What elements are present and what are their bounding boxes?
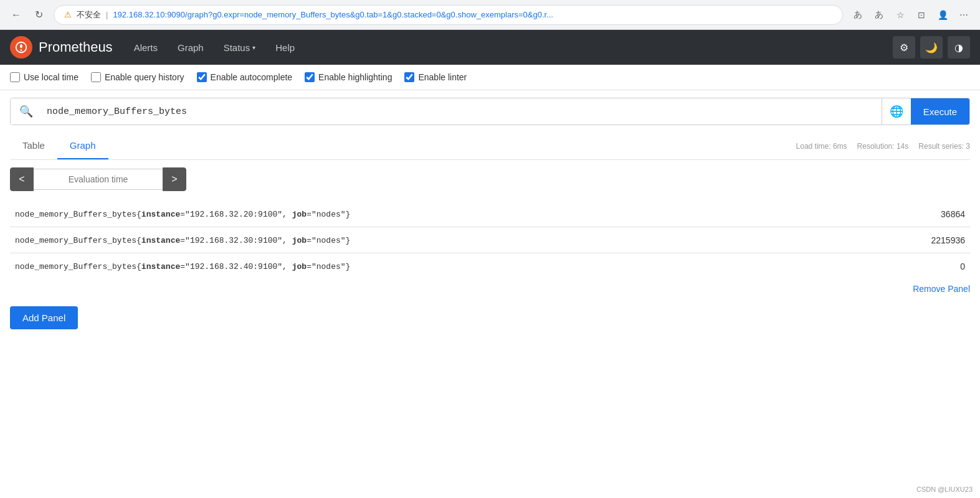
metric-name: node_memory_Buffers_bytes — [15, 262, 136, 271]
add-panel-button[interactable]: Add Panel — [10, 306, 78, 329]
eval-time-input[interactable] — [34, 169, 163, 190]
favorites-icon-btn[interactable]: ☆ — [892, 6, 909, 24]
remove-panel-row: Remove Panel — [10, 279, 970, 301]
moon-icon: 🌙 — [925, 42, 938, 54]
use-local-time-checkbox[interactable] — [10, 72, 20, 82]
enable-linter-checkbox[interactable] — [404, 72, 414, 82]
browser-chrome: ← ↻ ⚠ 不安全 | 192.168.32.10:9090/graph?g0.… — [0, 0, 980, 30]
nav-status[interactable]: Status ▾ — [215, 37, 265, 58]
tab-meta: Load time: 6ms Resolution: 14s Result se… — [796, 142, 970, 151]
security-warning-text: 不安全 — [77, 9, 101, 21]
enable-highlighting-label: Enable highlighting — [318, 72, 392, 82]
back-button[interactable]: ← — [7, 6, 25, 24]
metric-cell: node_memory_Buffers_bytes{instance="192.… — [10, 253, 862, 280]
nav-links: Alerts Graph Status ▾ Help — [125, 37, 880, 58]
table-row: node_memory_Buffers_bytes{instance="192.… — [10, 253, 970, 280]
metric-value: 0 — [862, 253, 970, 280]
browser-nav: ← ↻ — [7, 6, 47, 24]
dark-mode-button[interactable]: 🌙 — [920, 36, 943, 59]
browser-actions: あ あ ☆ ⊡ 👤 ⋯ — [849, 6, 973, 24]
status-caret-icon: ▾ — [252, 44, 255, 51]
label-key-job: job — [292, 236, 307, 245]
app-navbar: Prometheus Alerts Graph Status ▾ Help ⚙ … — [0, 30, 980, 65]
label-key-instance: instance — [141, 236, 180, 245]
label-key-instance: instance — [141, 210, 180, 219]
enable-highlighting-option[interactable]: Enable highlighting — [305, 72, 392, 82]
enable-query-history-checkbox[interactable] — [91, 72, 101, 82]
app-title: Prometheus — [39, 39, 113, 55]
use-local-time-label: Use local time — [24, 72, 78, 82]
results-table: node_memory_Buffers_bytes{instance="192.… — [10, 201, 970, 279]
svg-point-1 — [21, 49, 22, 51]
content-area: Table Graph Load time: 6ms Resolution: 1… — [0, 133, 980, 301]
options-bar: Use local time Enable query history Enab… — [0, 65, 980, 90]
nav-alerts[interactable]: Alerts — [125, 37, 166, 58]
label-key-job: job — [292, 210, 307, 219]
security-warning-icon: ⚠ — [64, 10, 72, 19]
enable-autocomplete-label: Enable autocomplete — [211, 72, 293, 82]
tabs: Table Graph — [10, 133, 108, 159]
execute-button[interactable]: Execute — [911, 98, 969, 125]
profile-button[interactable]: 👤 — [934, 6, 951, 24]
resolution-text: Resolution: 14s — [857, 142, 909, 151]
enable-highlighting-checkbox[interactable] — [305, 72, 315, 82]
enable-linter-option[interactable]: Enable linter — [404, 72, 467, 82]
result-series-text: Result series: 3 — [918, 142, 970, 151]
gear-icon: ⚙ — [900, 42, 908, 54]
enable-linter-label: Enable linter — [418, 72, 467, 82]
label-key-job: job — [292, 262, 307, 271]
enable-autocomplete-checkbox[interactable] — [197, 72, 207, 82]
label-key-instance: instance — [141, 262, 180, 271]
use-local-time-option[interactable]: Use local time — [10, 72, 78, 82]
contrast-icon: ◑ — [954, 42, 963, 54]
remove-panel-link[interactable]: Remove Panel — [913, 284, 970, 294]
load-time-text: Load time: 6ms — [796, 142, 847, 151]
reader-button[interactable]: あ — [870, 6, 888, 24]
translate-button[interactable]: あ — [849, 6, 867, 24]
table-row: node_memory_Buffers_bytes{instance="192.… — [10, 227, 970, 253]
metric-value: 2215936 — [862, 227, 970, 253]
collections-button[interactable]: ⊡ — [913, 6, 930, 24]
more-button[interactable]: ⋯ — [955, 6, 973, 24]
eval-prev-button[interactable]: < — [10, 167, 34, 191]
search-icon: 🔍 — [11, 98, 42, 125]
app-logo: Prometheus — [10, 36, 113, 59]
settings-button[interactable]: ⚙ — [893, 36, 915, 59]
navbar-right: ⚙ 🌙 ◑ — [893, 36, 970, 59]
search-bar: 🔍 🌐 Execute — [10, 98, 970, 125]
nav-graph[interactable]: Graph — [169, 37, 212, 58]
prometheus-logo-icon — [10, 36, 32, 59]
table-row: node_memory_Buffers_bytes{instance="192.… — [10, 201, 970, 227]
globe-icon[interactable]: 🌐 — [882, 98, 911, 125]
tab-table[interactable]: Table — [10, 133, 57, 159]
eval-time-row: < > — [10, 167, 970, 191]
nav-help[interactable]: Help — [267, 37, 303, 58]
query-input[interactable] — [42, 98, 882, 125]
enable-query-history-label: Enable query history — [105, 72, 184, 82]
refresh-button[interactable]: ↻ — [30, 6, 47, 24]
metric-value: 36864 — [862, 201, 970, 227]
metric-cell: node_memory_Buffers_bytes{instance="192.… — [10, 201, 862, 227]
enable-autocomplete-option[interactable]: Enable autocomplete — [197, 72, 293, 82]
contrast-button[interactable]: ◑ — [948, 36, 970, 59]
url-text: 192.168.32.10:9090/graph?g0.expr=node_me… — [113, 10, 832, 19]
enable-query-history-option[interactable]: Enable query history — [91, 72, 184, 82]
metric-name: node_memory_Buffers_bytes — [15, 210, 136, 219]
metric-cell: node_memory_Buffers_bytes{instance="192.… — [10, 227, 862, 253]
address-bar[interactable]: ⚠ 不安全 | 192.168.32.10:9090/graph?g0.expr… — [54, 5, 843, 25]
metric-name: node_memory_Buffers_bytes — [15, 236, 136, 245]
tabs-row: Table Graph Load time: 6ms Resolution: 1… — [10, 133, 970, 160]
tab-graph[interactable]: Graph — [57, 133, 108, 159]
eval-next-button[interactable]: > — [163, 167, 186, 191]
